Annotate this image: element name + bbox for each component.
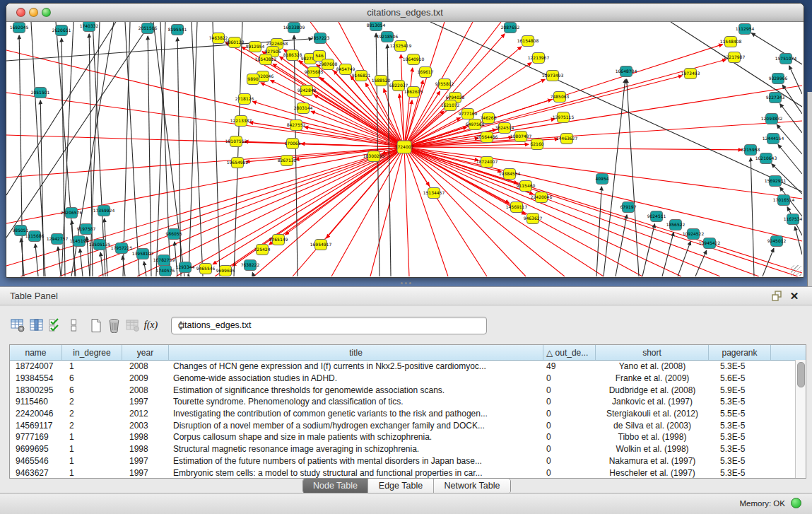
cell-out-de-: 49	[543, 361, 596, 371]
node-label: 3624514	[495, 125, 514, 130]
tab-network-table[interactable]: Network Table	[434, 479, 510, 493]
column-header-year[interactable]: year	[122, 345, 169, 360]
tab-node-table[interactable]: Node Table	[303, 479, 368, 493]
citation-edge-black	[678, 241, 690, 276]
node-label: 18724007	[476, 159, 498, 164]
table-row[interactable]: 977716911998Corpus callosum shape and si…	[10, 431, 806, 443]
node-label: 1856522	[666, 222, 686, 227]
cell-in-degree: 1	[62, 444, 122, 454]
node-label: 2087652	[501, 25, 520, 30]
close-window-button[interactable]	[16, 8, 25, 17]
node-label: 746266	[481, 115, 497, 120]
memory-status-indicator[interactable]	[791, 498, 801, 508]
cell-title: Estimation of significance thresholds fo…	[169, 385, 543, 395]
scrollbar-thumb[interactable]	[797, 362, 805, 387]
table-row[interactable]: 911546021997Tourette syndrome. Phenomeno…	[10, 396, 806, 408]
node-label: 16154808	[517, 38, 539, 43]
citation-network-graph[interactable]: 1830029574638228860128891295423226058927…	[6, 22, 802, 276]
node-label: 8912954	[246, 44, 265, 49]
table-row[interactable]: 1872400712008Changes of HCN gene express…	[10, 361, 806, 373]
cell-out-de-: 0	[543, 432, 596, 442]
attribute-table[interactable]: namein_degreeyeartitle△ out_de...shortpa…	[9, 344, 806, 479]
node-label: 1145194	[70, 238, 89, 243]
show-columns-button[interactable]	[28, 316, 45, 335]
citation-edge-black	[789, 66, 802, 94]
node-label: 13505135	[89, 242, 111, 247]
zoom-window-button[interactable]	[42, 8, 51, 17]
cell-title: Structural magnetic resonance image aver…	[169, 444, 543, 454]
cell-title: Tourette syndrome. Phenomenology and cla…	[169, 397, 543, 407]
table-vertical-scrollbar[interactable]	[795, 360, 806, 478]
node-label: 2718126	[235, 96, 254, 101]
citation-edge-black	[177, 37, 181, 276]
select-columns-button[interactable]	[47, 316, 63, 335]
tab-edge-table[interactable]: Edge Table	[368, 479, 434, 493]
citation-edge-black	[144, 262, 146, 276]
cell-out-de-: 0	[543, 385, 596, 395]
column-header-pagerank[interactable]: pagerank	[709, 345, 771, 360]
citation-edge-black	[763, 248, 774, 276]
function-builder-icon: f(x)	[144, 320, 158, 331]
column-header-name[interactable]: name	[10, 345, 62, 360]
table-mode-tabs: Node Table Edge Table Network Table	[302, 478, 511, 494]
node-label: 19654982	[227, 160, 249, 165]
table-row[interactable]: 1830029562008Estimation of significance …	[10, 384, 806, 396]
node-label: 20206576	[61, 210, 83, 215]
node-label: 9699695	[216, 268, 235, 273]
node-label: 1973493	[681, 71, 700, 76]
row-options-button[interactable]	[65, 316, 81, 335]
modify-table-button[interactable]	[10, 316, 26, 335]
create-column-button[interactable]	[88, 316, 104, 335]
table-row[interactable]: 1938455462009Genome-wide association stu…	[10, 373, 806, 385]
node-label: 985051	[13, 228, 29, 233]
node-label: 40954	[595, 176, 608, 181]
table-selector-dropdown[interactable]: citations_edges.txt	[171, 317, 487, 334]
node-label: 1588520	[372, 78, 391, 83]
column-header-in-degree[interactable]: in_degree	[62, 345, 122, 360]
cell-name: 9465546	[10, 456, 62, 466]
split-pane-handle[interactable]	[401, 281, 412, 285]
table-row[interactable]: 946554611997Estimation of the future num…	[10, 455, 806, 467]
node-label: 12975115	[553, 115, 575, 119]
delete-column-button[interactable]	[106, 316, 122, 335]
citation-edge-red	[404, 147, 802, 199]
citation-edge-black	[148, 36, 151, 276]
node-label: 16033809	[283, 25, 305, 30]
close-panel-icon[interactable]: ✕	[788, 290, 801, 302]
node-label: 15751074	[775, 56, 797, 61]
node-label: 1862615	[404, 89, 423, 94]
cell-in-degree: 2	[62, 409, 122, 419]
column-header-short[interactable]: short	[596, 345, 709, 360]
citation-edge-red	[331, 147, 404, 276]
citation-edge-black	[6, 22, 151, 238]
window-resize-grip[interactable]	[791, 265, 801, 276]
table-row[interactable]: 969969511998Structural magnetic resonanc…	[10, 443, 806, 455]
cell-short: Wolkin et al. (1998)	[596, 444, 709, 454]
cell-pagerank: 5.6E-5	[709, 373, 771, 383]
network-canvas[interactable]: 1830029574638228860128891295423226058927…	[6, 22, 802, 276]
column-header-out-de-[interactable]: △ out_de...	[543, 345, 596, 360]
citation-edge-red	[404, 121, 802, 147]
node-label: 170065	[285, 141, 301, 146]
table-row[interactable]: 946362711997Embryonic stem cells: a mode…	[10, 467, 806, 479]
delete-table-button[interactable]	[124, 316, 141, 335]
table-panel: Table Panel ✕	[0, 286, 812, 493]
minimize-window-button[interactable]	[29, 8, 38, 17]
function-builder-button[interactable]: f(x)	[143, 316, 159, 335]
node-label: 6822037	[389, 83, 408, 88]
table-row[interactable]: 1456911722003Disruption of a novel membe…	[10, 419, 806, 431]
node-label: 546	[315, 53, 324, 58]
cell-year: 2009	[122, 373, 169, 383]
citation-edge-black	[596, 187, 601, 276]
cell-out-de-: 0	[543, 444, 596, 454]
network-window-title: citations_edges.txt	[6, 4, 804, 21]
float-panel-icon[interactable]	[771, 290, 784, 302]
table-row[interactable]: 2242004622012Investigating the contribut…	[10, 408, 806, 420]
network-window-titlebar[interactable]: citations_edges.txt	[6, 4, 804, 22]
node-label: 10807487	[510, 134, 532, 139]
column-header-title[interactable]: title	[169, 345, 543, 360]
citation-edge-red	[404, 147, 798, 276]
cell-title: Corpus callosum shape and size in male p…	[169, 432, 543, 442]
node-label: 1692045	[10, 25, 29, 30]
cell-in-degree: 1	[62, 456, 122, 466]
